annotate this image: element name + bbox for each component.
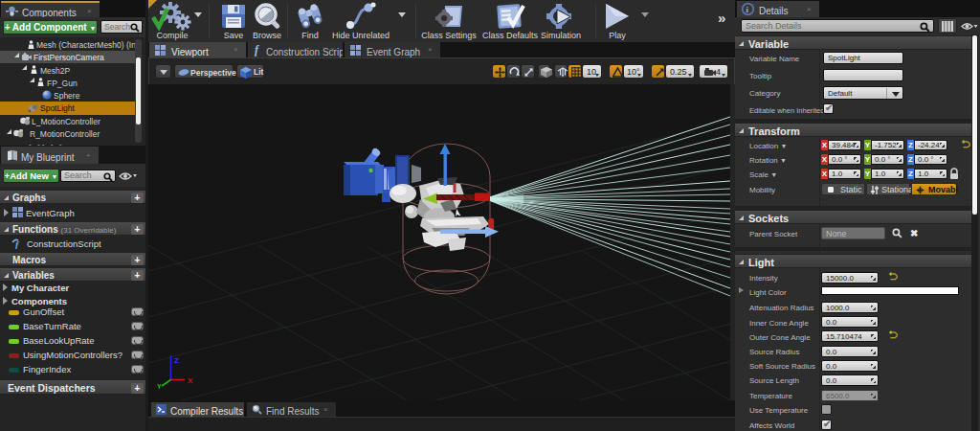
svg-text:Y: Y: [157, 383, 162, 390]
svg-text:f: f: [15, 239, 20, 249]
svg-text:i: i: [746, 5, 749, 14]
svg-text:Z: Z: [174, 356, 179, 365]
svg-text:X: X: [188, 376, 193, 385]
